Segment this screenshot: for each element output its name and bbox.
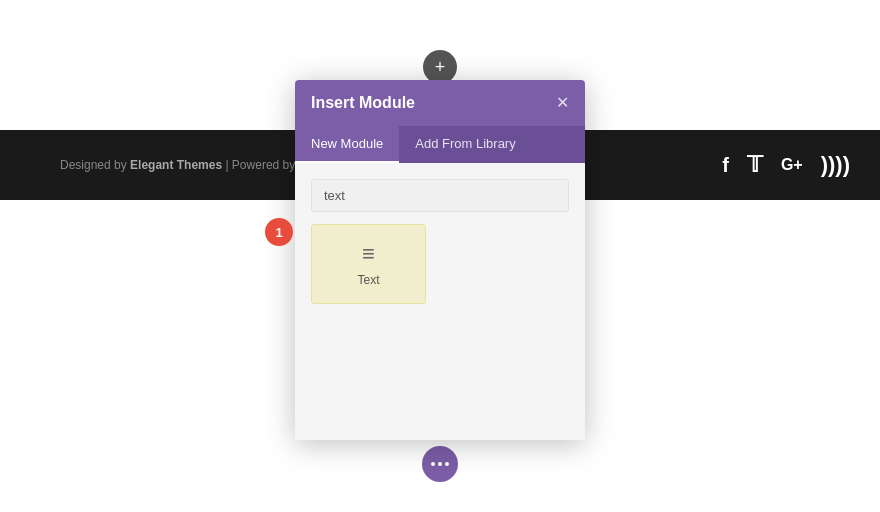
plus-icon: + (435, 58, 446, 76)
dots-icon (431, 462, 449, 466)
text-module-icon: ≡ (362, 241, 375, 267)
modules-grid: ≡ Text (311, 224, 569, 424)
modal-title: Insert Module (311, 94, 415, 112)
step-badge-1: 1 (265, 218, 293, 246)
add-module-button-bottom[interactable] (422, 446, 458, 482)
twitter-icon[interactable]: 𝕋 (747, 152, 763, 178)
module-item-text[interactable]: ≡ Text (311, 224, 426, 304)
social-icons: f 𝕋 G+ )))) (722, 152, 850, 178)
brand-name: Elegant Themes (130, 158, 222, 172)
facebook-icon[interactable]: f (722, 154, 729, 177)
tab-new-module[interactable]: New Module (295, 126, 399, 163)
add-module-button-top[interactable]: + (423, 50, 457, 84)
modal-tabs: New Module Add From Library (295, 126, 585, 163)
module-search-input[interactable] (311, 179, 569, 212)
rss-icon[interactable]: )))) (821, 152, 850, 178)
insert-module-modal: Insert Module ✕ New Module Add From Libr… (295, 80, 585, 440)
modal-body: ≡ Text (295, 163, 585, 440)
tab-add-from-library[interactable]: Add From Library (399, 126, 531, 163)
modal-close-button[interactable]: ✕ (556, 95, 569, 111)
modal-header: Insert Module ✕ (295, 80, 585, 126)
text-module-label: Text (357, 273, 379, 287)
googleplus-icon[interactable]: G+ (781, 156, 803, 174)
footer-text: Designed by Elegant Themes | Powered by (60, 158, 295, 172)
